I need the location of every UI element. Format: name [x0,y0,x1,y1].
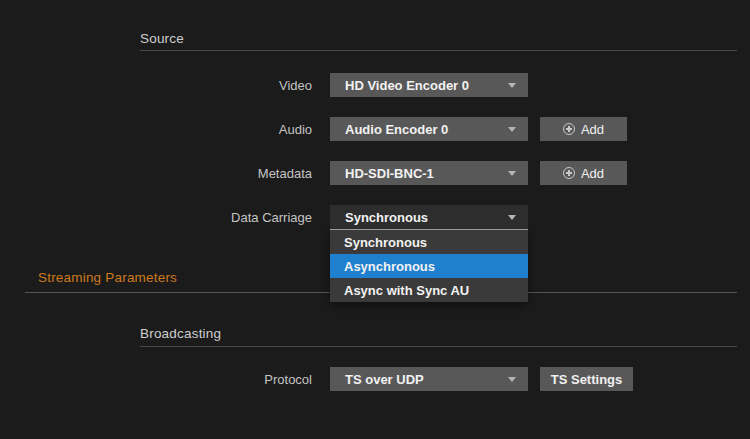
data-carriage-select[interactable]: Synchronous [330,205,528,229]
source-divider [140,50,737,51]
video-select-value: HD Video Encoder 0 [345,78,469,93]
audio-label: Audio [110,117,312,141]
chevron-down-icon [508,127,516,132]
section-title-source: Source [140,31,184,46]
metadata-select-value: HD-SDI-BNC-1 [345,166,434,181]
chevron-down-icon [508,171,516,176]
broadcasting-divider [140,346,737,347]
ts-settings-button[interactable]: TS Settings [540,367,633,391]
metadata-select[interactable]: HD-SDI-BNC-1 [330,161,528,185]
data-carriage-menu: Synchronous Asynchronous Async with Sync… [330,229,528,302]
protocol-select-value: TS over UDP [345,372,424,387]
video-label: Video [110,73,312,97]
protocol-select[interactable]: TS over UDP [330,367,528,391]
audio-add-label: Add [581,122,604,137]
audio-select-value: Audio Encoder 0 [345,122,448,137]
ts-settings-label: TS Settings [551,372,623,387]
metadata-add-button[interactable]: Add [540,161,627,185]
data-carriage-select-value: Synchronous [345,210,428,225]
video-select[interactable]: HD Video Encoder 0 [330,73,528,97]
menu-item-synchronous[interactable]: Synchronous [330,230,528,254]
audio-select[interactable]: Audio Encoder 0 [330,117,528,141]
settings-panel: Source Video HD Video Encoder 0 Audio Au… [0,0,750,439]
chevron-down-icon [508,377,516,382]
chevron-down-icon [508,215,516,220]
protocol-label: Protocol [110,367,312,391]
data-carriage-label: Data Carriage [110,205,312,229]
menu-item-asynchronous[interactable]: Asynchronous [330,254,528,278]
add-icon [563,123,575,135]
add-icon [563,167,575,179]
menu-item-async-with-sync-au[interactable]: Async with Sync AU [330,278,528,302]
metadata-add-label: Add [581,166,604,181]
metadata-label: Metadata [110,161,312,185]
chevron-down-icon [508,83,516,88]
audio-add-button[interactable]: Add [540,117,627,141]
section-title-streaming-parameters: Streaming Parameters [38,270,177,285]
section-title-broadcasting: Broadcasting [140,326,221,341]
